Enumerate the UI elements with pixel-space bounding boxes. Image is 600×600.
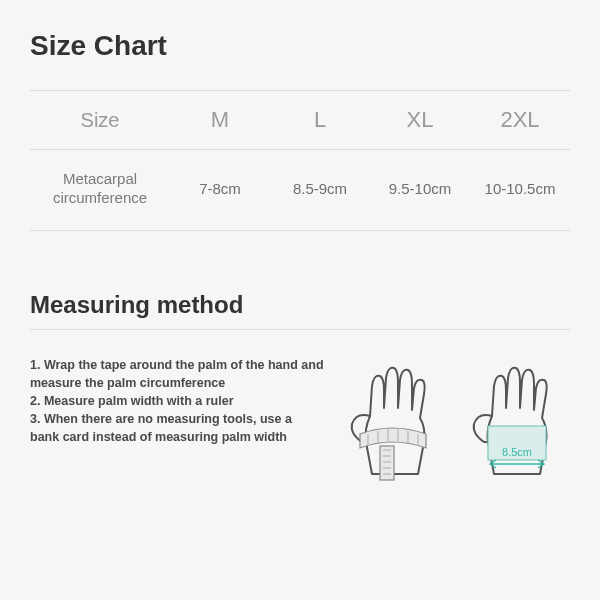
step-1: 1. Wrap the tape around the palm of the … bbox=[30, 356, 324, 392]
page-title: Size Chart bbox=[30, 30, 570, 62]
table-header-row: Size M L XL 2XL bbox=[30, 91, 570, 150]
width-label: 8.5cm bbox=[502, 446, 532, 458]
table-value-row: Metacarpal circumference 7-8cm 8.5-9cm 9… bbox=[30, 150, 570, 231]
value-xl: 9.5-10cm bbox=[370, 150, 470, 231]
method-title: Measuring method bbox=[30, 291, 570, 319]
size-table: Size M L XL 2XL Metacarpal circumference… bbox=[30, 90, 570, 231]
hand-card-icon: 8.5cm bbox=[464, 356, 564, 486]
row-label: Metacarpal circumference bbox=[30, 150, 170, 231]
size-chart-page: Size Chart Size M L XL 2XL Metacarpal ci… bbox=[0, 0, 600, 600]
size-col-2xl: 2XL bbox=[470, 91, 570, 150]
value-l: 8.5-9cm bbox=[270, 150, 370, 231]
divider bbox=[30, 329, 570, 330]
svg-rect-6 bbox=[380, 446, 394, 480]
hand-illustrations: 8.5cm bbox=[342, 356, 570, 486]
method-row: 1. Wrap the tape around the palm of the … bbox=[30, 356, 570, 486]
step-3: 3. When there are no measuring tools, us… bbox=[30, 410, 324, 446]
size-col-xl: XL bbox=[370, 91, 470, 150]
size-col-l: L bbox=[270, 91, 370, 150]
header-label: Size bbox=[30, 91, 170, 150]
step-2: 2. Measure palm width with a ruler bbox=[30, 392, 324, 410]
method-steps: 1. Wrap the tape around the palm of the … bbox=[30, 356, 324, 447]
hand-tape-icon bbox=[342, 356, 442, 486]
value-m: 7-8cm bbox=[170, 150, 270, 231]
size-col-m: M bbox=[170, 91, 270, 150]
value-2xl: 10-10.5cm bbox=[470, 150, 570, 231]
